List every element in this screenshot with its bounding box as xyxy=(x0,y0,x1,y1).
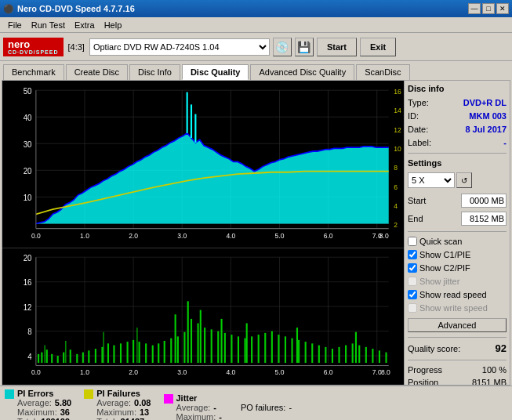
svg-rect-83 xyxy=(120,343,122,363)
disc-id-row: ID: MKM 003 xyxy=(408,111,507,121)
nero-logo: nero CD·DVD/SPEED xyxy=(3,38,64,56)
svg-text:3.0: 3.0 xyxy=(177,231,187,240)
pi-failures-legend: PI Failures Average: 0.08 Maximum: 13 To… xyxy=(84,389,151,420)
svg-rect-123 xyxy=(385,352,387,362)
pi-errors-label: PI Errors xyxy=(17,389,71,398)
show-c2-checkbox[interactable] xyxy=(408,263,417,273)
date-label: Date: xyxy=(408,125,428,134)
svg-rect-80 xyxy=(101,347,103,363)
start-button[interactable]: Start xyxy=(317,38,357,56)
svg-text:10: 10 xyxy=(24,194,32,203)
svg-rect-132 xyxy=(246,323,248,363)
svg-rect-131 xyxy=(220,319,222,363)
pi-errors-max: Maximum: 36 xyxy=(17,407,71,417)
quality-score-row: Quality score: 92 xyxy=(408,342,507,354)
svg-rect-99 xyxy=(224,333,226,363)
svg-text:4.0: 4.0 xyxy=(226,368,235,375)
show-read-speed-row: Show read speed xyxy=(408,290,507,299)
svg-text:20: 20 xyxy=(24,253,32,262)
svg-text:5.0: 5.0 xyxy=(275,368,285,375)
show-c2-label: Show C2/PIF xyxy=(419,263,470,273)
title-bar-controls[interactable]: — □ ✕ xyxy=(468,3,509,14)
svg-rect-113 xyxy=(318,345,320,362)
menu-run-test[interactable]: Run Test xyxy=(27,19,70,31)
quick-scan-row: Quick scan xyxy=(408,237,507,246)
menu-bar: File Run Test Extra Help xyxy=(0,17,512,33)
svg-text:4: 4 xyxy=(27,352,32,360)
svg-rect-101 xyxy=(238,336,239,363)
speed-select[interactable]: 5 X 4 X 8 X Max xyxy=(408,172,455,188)
pi-errors-avg: Average: 5.80 xyxy=(17,398,71,407)
svg-text:1.0: 1.0 xyxy=(80,368,89,375)
svg-rect-42 xyxy=(2,248,404,385)
tabs: Benchmark Create Disc Disc Info Disc Qua… xyxy=(0,61,512,80)
svg-rect-84 xyxy=(127,342,129,363)
end-mb-input[interactable] xyxy=(461,212,507,226)
advanced-button[interactable]: Advanced xyxy=(408,318,507,332)
disc-date-row: Date: 8 Jul 2017 xyxy=(408,125,507,134)
menu-help[interactable]: Help xyxy=(100,19,127,31)
svg-text:2.0: 2.0 xyxy=(129,368,138,375)
pi-failures-total: Total: 21437 xyxy=(96,417,151,420)
tab-scan-disc[interactable]: ScanDisc xyxy=(356,64,409,80)
quick-scan-checkbox[interactable] xyxy=(408,237,417,246)
start-mb-input[interactable] xyxy=(461,194,507,208)
show-read-speed-checkbox[interactable] xyxy=(408,290,417,299)
svg-rect-74 xyxy=(63,352,64,362)
svg-text:8.0: 8.0 xyxy=(379,231,389,240)
drive-label: [4:3] xyxy=(67,42,86,52)
start-mb-row: Start xyxy=(408,194,507,208)
svg-rect-86 xyxy=(139,342,140,363)
disc-label-row: Label: - xyxy=(408,138,507,147)
show-write-speed-label: Show write speed xyxy=(419,303,488,313)
tab-disc-info[interactable]: Disc Info xyxy=(129,64,180,80)
jitter-label: Jitter xyxy=(176,393,222,403)
progress-row: Progress 100 % xyxy=(408,365,507,375)
divider-4 xyxy=(408,360,507,360)
svg-rect-106 xyxy=(271,331,273,362)
type-value: DVD+R DL xyxy=(463,98,507,107)
start-label: Start xyxy=(408,196,426,205)
speed-settings-row: 5 X 4 X 8 X Max ↺ xyxy=(408,172,507,188)
svg-rect-134 xyxy=(355,332,357,363)
menu-extra[interactable]: Extra xyxy=(70,19,100,31)
pi-failures-avg: Average: 0.08 xyxy=(96,398,151,407)
tab-create-disc[interactable]: Create Disc xyxy=(66,64,128,80)
title-bar-left: ⚫ Nero CD-DVD Speed 4.7.7.16 xyxy=(3,4,135,14)
disc-icon-button[interactable]: 💿 xyxy=(273,38,292,56)
pi-failures-data: PI Failures Average: 0.08 Maximum: 13 To… xyxy=(96,389,151,420)
exit-button[interactable]: Exit xyxy=(360,38,396,56)
tab-advanced-disc-quality[interactable]: Advanced Disc Quality xyxy=(250,64,354,80)
svg-rect-125 xyxy=(65,341,66,363)
svg-rect-124 xyxy=(45,345,45,362)
progress-value: 100 % xyxy=(482,365,507,375)
svg-rect-109 xyxy=(291,338,292,362)
refresh-button[interactable]: ↺ xyxy=(456,172,472,188)
app-title: Nero CD-DVD Speed 4.7.7.16 xyxy=(17,4,135,13)
drive-select[interactable]: Optiarc DVD RW AD-7240S 1.04 xyxy=(89,38,270,56)
svg-text:12: 12 xyxy=(24,302,32,311)
tab-disc-quality[interactable]: Disc Quality xyxy=(182,64,249,80)
svg-rect-118 xyxy=(352,343,354,363)
svg-rect-122 xyxy=(379,350,380,363)
svg-text:2: 2 xyxy=(394,221,398,230)
minimize-button[interactable]: — xyxy=(468,3,481,14)
svg-rect-91 xyxy=(170,338,172,362)
menu-file[interactable]: File xyxy=(3,19,27,31)
position-row: Position 8151 MB xyxy=(408,378,507,385)
show-c1-checkbox[interactable] xyxy=(408,250,417,259)
svg-rect-110 xyxy=(298,340,300,363)
svg-rect-128 xyxy=(175,314,176,363)
svg-rect-72 xyxy=(51,354,53,363)
save-icon-button[interactable]: 💾 xyxy=(295,38,314,56)
svg-rect-70 xyxy=(41,352,42,362)
show-write-speed-checkbox xyxy=(408,303,417,313)
svg-text:8: 8 xyxy=(27,328,32,336)
toolbar: nero CD·DVD/SPEED [4:3] Optiarc DVD RW A… xyxy=(0,33,512,61)
settings-title: Settings xyxy=(408,158,507,168)
svg-rect-90 xyxy=(164,341,165,363)
svg-rect-129 xyxy=(187,301,189,363)
tab-benchmark[interactable]: Benchmark xyxy=(3,64,64,80)
maximize-button[interactable]: □ xyxy=(482,3,495,14)
close-button[interactable]: ✕ xyxy=(496,3,509,14)
